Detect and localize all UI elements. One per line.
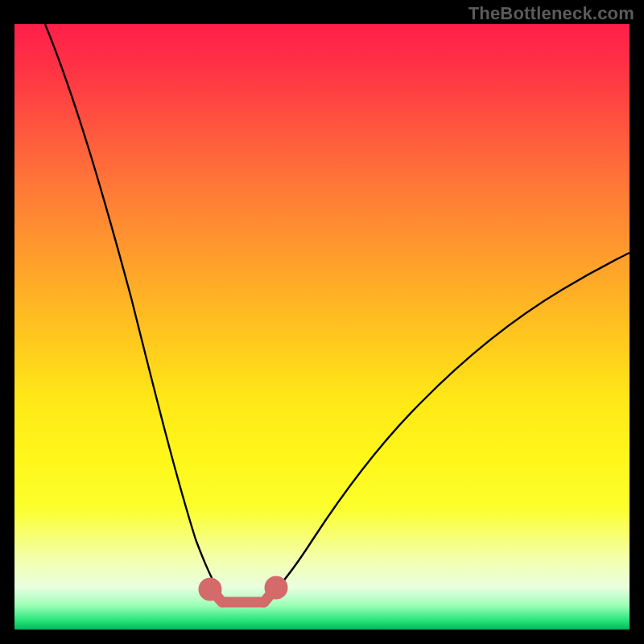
chart-frame: TheBottleneck.com bbox=[0, 0, 644, 644]
svg-point-4 bbox=[270, 581, 283, 594]
watermark-text: TheBottleneck.com bbox=[469, 3, 634, 24]
optimal-zone bbox=[204, 581, 283, 602]
bottleneck-curve bbox=[45, 24, 630, 605]
curve-layer bbox=[14, 24, 630, 630]
plot-area bbox=[14, 24, 630, 630]
